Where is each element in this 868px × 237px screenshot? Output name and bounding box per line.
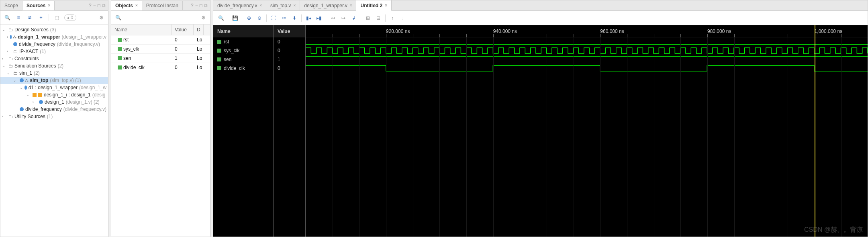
wave-signal-name[interactable]: rst bbox=[213, 37, 273, 46]
tree-d1[interactable]: ⌄d1 : design_1_wrapper(design_1_w bbox=[0, 84, 108, 91]
waveform-panel: divide_frequency.v ×sim_top.v ×design_1_… bbox=[213, 0, 868, 237]
wave-row[interactable] bbox=[306, 37, 868, 46]
wave-names-col: Name rstsys_clksendivide_clk bbox=[213, 25, 274, 237]
close-icon[interactable]: × bbox=[135, 3, 138, 8]
wave-canvas[interactable]: 920.000 ns940.000 ns960.000 ns980.000 ns… bbox=[306, 25, 868, 237]
object-row[interactable]: sen1Lo bbox=[111, 54, 210, 63]
objects-tabs: Objects× Protocol Instan ? − □ ⧉ bbox=[111, 0, 210, 11]
wave-tab[interactable]: divide_frequency.v × bbox=[213, 0, 266, 10]
wave-tab[interactable]: Untitled 2 × bbox=[356, 0, 392, 11]
tab-sources[interactable]: Sources× bbox=[22, 1, 55, 10]
col-d-header[interactable]: D bbox=[194, 25, 204, 35]
tab-protocol[interactable]: Protocol Instan bbox=[142, 1, 183, 10]
close-icon[interactable]: × bbox=[259, 3, 262, 8]
wave-row[interactable] bbox=[306, 64, 868, 73]
expand-icon[interactable]: ≢ bbox=[26, 14, 33, 21]
close-icon[interactable]: × bbox=[293, 3, 296, 8]
tree-divide-freq[interactable]: divide_frequency(divide_frequency.v) bbox=[0, 41, 108, 48]
ungroup-icon[interactable]: ⊟ bbox=[375, 14, 382, 22]
sources-tree: ⌄🗀Design Sources(3) ›∴ design_1_wrapper(… bbox=[0, 25, 108, 237]
wave-signal-name[interactable]: sen bbox=[213, 55, 273, 64]
signal-icon bbox=[118, 65, 122, 69]
tree-design1-wrapper[interactable]: ›∴ design_1_wrapper(design_1_wrapper.v bbox=[0, 33, 108, 41]
signal-icon bbox=[217, 49, 221, 53]
object-row[interactable]: rst0Lo bbox=[111, 35, 210, 45]
tree-design1i[interactable]: ⌄design_1_i : design_1(desig bbox=[0, 91, 108, 98]
wave-signal-value: 0 bbox=[274, 37, 305, 46]
prev-edge-icon[interactable]: ▮◂ bbox=[305, 14, 312, 22]
sources-panel: Scope Sources× ? − □ ⧉ 🔍 ≡ ≢ ＋ ⬚ ● 0 ⚙ ⌄… bbox=[0, 0, 108, 237]
close-icon[interactable]: × bbox=[385, 3, 387, 8]
tree-design1[interactable]: ›design_1(design_1.v) (2) bbox=[0, 98, 108, 106]
next-edge-icon[interactable]: ▸▮ bbox=[315, 14, 323, 22]
tree-ipxact[interactable]: ›🗀IP-XACT(1) bbox=[0, 48, 108, 55]
save-icon[interactable]: 💾 bbox=[231, 14, 239, 22]
wave-toolbar: 🔍 💾 ⊕ ⊖ ⛶ ✂ ⬍ ▮◂ ▸▮ ↤ ↦ ↲ ⊞ ⊟ ↑ ↓ bbox=[213, 11, 868, 25]
maximize-icon[interactable]: □ bbox=[200, 3, 202, 8]
zoom-fit-icon[interactable]: ⛶ bbox=[270, 14, 277, 22]
collapse-icon[interactable]: ≡ bbox=[15, 14, 22, 21]
tree-constraints[interactable]: ›🗀Constraints bbox=[0, 55, 108, 62]
move-down-icon[interactable]: ↓ bbox=[399, 14, 406, 22]
watermark: CSDN @赫。。背凉 bbox=[804, 226, 863, 234]
tree-sim1[interactable]: ⌄🗀sim_1(2) bbox=[0, 69, 108, 77]
objects-rows: rst0Losys_clk0Losen1Lodivide_clk0Lo bbox=[111, 35, 210, 72]
close-icon[interactable]: × bbox=[48, 3, 50, 8]
time-tick-label: 960.000 ns bbox=[600, 29, 624, 34]
restore-icon[interactable]: ⧉ bbox=[204, 3, 208, 8]
panel-controls: ? − □ ⧉ bbox=[86, 3, 108, 8]
tree-sim-sources[interactable]: ⌄🗀Simulation Sources(2) bbox=[0, 62, 108, 69]
help-icon[interactable]: ? bbox=[191, 3, 194, 8]
wave-tab[interactable]: design_1_wrapper.v × bbox=[300, 0, 356, 10]
group-icon[interactable]: ⊞ bbox=[364, 14, 372, 22]
wave-signal-value: 0 bbox=[274, 64, 305, 73]
wave-signal-name[interactable]: sys_clk bbox=[213, 46, 273, 55]
zoom-out-icon[interactable]: ⊖ bbox=[256, 14, 263, 22]
gear-icon[interactable]: ⚙ bbox=[200, 14, 207, 21]
help-icon[interactable]: ? bbox=[89, 3, 92, 8]
wave-tab[interactable]: sim_top.v × bbox=[266, 0, 300, 10]
move-up-icon[interactable]: ↑ bbox=[389, 14, 396, 22]
wave-body: Name rstsys_clksendivide_clk Value 0010 … bbox=[213, 25, 868, 237]
close-icon[interactable]: × bbox=[350, 3, 352, 8]
remove-marker-icon[interactable]: ↦ bbox=[340, 14, 347, 22]
cut-icon[interactable]: ✂ bbox=[280, 14, 288, 22]
maximize-icon[interactable]: □ bbox=[98, 3, 100, 8]
object-row[interactable]: divide_clk0Lo bbox=[111, 63, 210, 72]
search-icon[interactable]: 🔍 bbox=[114, 14, 122, 21]
objects-toolbar: 🔍 ⚙ bbox=[111, 11, 210, 25]
time-cursor[interactable]: 1,000.000 ns bbox=[815, 25, 815, 237]
wave-row[interactable] bbox=[306, 46, 868, 55]
object-row[interactable]: sys_clk0Lo bbox=[111, 45, 210, 54]
wave-row[interactable] bbox=[306, 55, 868, 64]
restore-icon[interactable]: ⧉ bbox=[102, 3, 106, 8]
gear-icon[interactable]: ⚙ bbox=[98, 14, 105, 21]
marker-icon[interactable]: ⬍ bbox=[291, 14, 298, 22]
signal-icon bbox=[217, 57, 221, 61]
wave-values-col: Value 0010 bbox=[274, 25, 306, 237]
wave-signal-name[interactable]: divide_clk bbox=[213, 64, 273, 73]
tree-design-sources[interactable]: ⌄🗀Design Sources(3) bbox=[0, 26, 108, 33]
minimize-icon[interactable]: − bbox=[195, 3, 198, 8]
objects-header: Name Value D bbox=[111, 25, 210, 35]
search-icon[interactable]: 🔍 bbox=[4, 14, 11, 21]
signal-icon bbox=[118, 38, 122, 42]
add-icon[interactable]: ＋ bbox=[37, 14, 45, 21]
tree-sim-top[interactable]: ⌄∴ sim_top(sim_top.v) (1) bbox=[0, 77, 108, 84]
tab-scope[interactable]: Scope bbox=[0, 1, 22, 10]
sources-tabs: Scope Sources× ? − □ ⧉ bbox=[0, 0, 108, 11]
add-marker-icon[interactable]: ↤ bbox=[329, 14, 337, 22]
zoom-in-icon[interactable]: ⊕ bbox=[245, 14, 253, 22]
col-name-header[interactable]: Name bbox=[111, 25, 172, 35]
minimize-icon[interactable]: − bbox=[93, 3, 96, 8]
signal-icon bbox=[217, 40, 221, 44]
disabled-icon: ⬚ bbox=[53, 14, 60, 21]
search-icon[interactable]: 🔍 bbox=[217, 14, 225, 22]
wave-tabs: divide_frequency.v ×sim_top.v ×design_1_… bbox=[213, 0, 868, 11]
goto-icon[interactable]: ↲ bbox=[350, 14, 357, 22]
tab-objects[interactable]: Objects× bbox=[111, 1, 142, 10]
col-value-header[interactable]: Value bbox=[172, 25, 194, 35]
signal-icon bbox=[118, 56, 122, 60]
tree-utility-sources[interactable]: ›🗀Utility Sources(1) bbox=[0, 113, 108, 120]
tree-divfreq-sim[interactable]: divide_frequency(divide_frequency.v) bbox=[0, 106, 108, 113]
